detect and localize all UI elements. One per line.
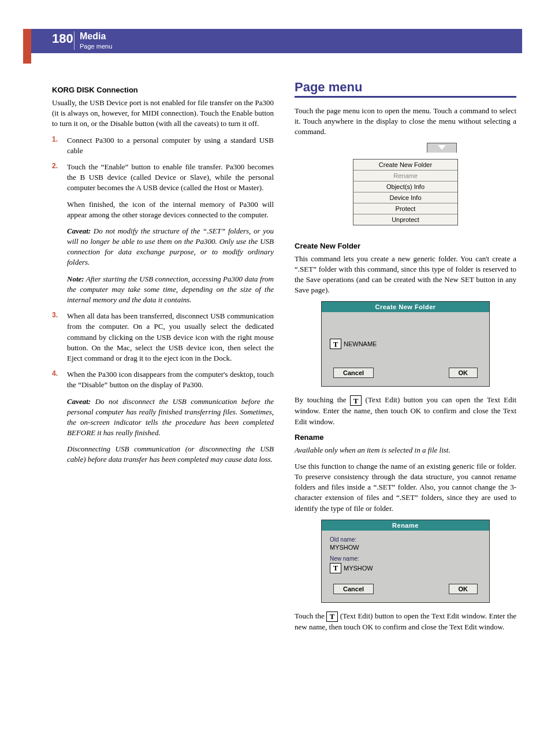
step-number: 1. <box>52 135 60 156</box>
heading-korg-disk: KORG DISK Connection <box>52 86 274 94</box>
old-name-label: Old name: <box>330 536 481 543</box>
note-label: Note: <box>67 275 84 283</box>
step-text: Touch the “Enable” button to enable file… <box>67 162 274 194</box>
caveat-label: Caveat: <box>67 227 91 235</box>
step-3: 3. When all data has been transferred, d… <box>52 311 274 364</box>
step-text: When the Pa300 icon disappears from the … <box>67 369 274 390</box>
step-2: 2. Touch the “Enable” button to enable f… <box>52 162 274 194</box>
step-text: When all data has been transferred, disc… <box>67 311 274 364</box>
step-number: 3. <box>52 311 60 364</box>
text-edit-button[interactable]: T <box>330 339 341 349</box>
ok-button[interactable]: OK <box>449 584 478 594</box>
section-rule <box>295 96 516 98</box>
text-edit-icon: T <box>326 612 338 622</box>
dialog-title: Create New Folder <box>322 302 489 312</box>
old-name-value: MYSHOW <box>330 544 481 551</box>
note-1: Note: After starting the USB connection,… <box>67 274 274 306</box>
menu-item-device-info[interactable]: Device Info <box>353 192 457 203</box>
step-number: 2. <box>52 162 60 194</box>
para-disconnect: Disconnecting USB communication (or disc… <box>67 444 274 465</box>
header-divider <box>74 31 75 50</box>
ok-button[interactable]: OK <box>449 368 478 378</box>
caveat-1: Caveat: Do not modify the structure of t… <box>67 226 274 268</box>
text-a: By touching the <box>295 395 350 404</box>
note-text: After starting the USB connection, acces… <box>67 275 274 304</box>
menu-handle[interactable] <box>427 143 457 153</box>
new-name-label: New name: <box>330 555 481 562</box>
dialog-title: Rename <box>322 520 489 531</box>
para-textedit: By touching the T (Text Edit) button you… <box>295 395 516 427</box>
para-rename-after: Touch the T (Text Edit) button to open t… <box>295 611 516 632</box>
para-rename-avail: Available only when an item is selected … <box>295 445 516 455</box>
step-1: 1. Connect Pa300 to a personal computer … <box>52 135 274 156</box>
caveat-text: Do not modify the structure of the “.SET… <box>67 227 274 267</box>
menu-item-unprotect[interactable]: Unprotect <box>353 214 457 225</box>
para-usb-intro: Usually, the USB Device port is not enab… <box>52 98 274 129</box>
para-section-intro: Touch the page menu icon to open the men… <box>295 106 516 138</box>
step-4: 4. When the Pa300 icon disappears from t… <box>52 369 274 390</box>
step-text: Connect Pa300 to a personal computer by … <box>67 135 274 156</box>
right-column: Page menu Touch the page menu icon to op… <box>295 80 516 638</box>
heading-rename: Rename <box>295 433 516 442</box>
cancel-button[interactable]: Cancel <box>333 368 374 378</box>
header-red-tab <box>23 29 31 64</box>
menu-item-rename[interactable]: Rename <box>353 170 457 181</box>
text-edit-button[interactable]: T <box>330 563 341 573</box>
svg-marker-0 <box>438 145 446 150</box>
caveat-2: Caveat: Do not disconnect the USB commun… <box>67 396 274 439</box>
page-menu: Create New Folder Rename Object(s) Info … <box>353 159 458 225</box>
header-title: Media <box>80 31 106 42</box>
new-name-field[interactable]: MYSHOW <box>344 565 373 572</box>
text-edit-icon: T <box>350 395 362 406</box>
left-column: KORG DISK Connection Usually, the USB De… <box>52 80 274 638</box>
dialog-create-new-folder: Create New Folder T NEWNAME Cancel OK <box>321 301 490 387</box>
step-number: 4. <box>52 369 60 390</box>
menu-item-create-folder[interactable]: Create New Folder <box>353 160 457 170</box>
text-a: Touch the <box>295 612 326 620</box>
menu-item-objects-info[interactable]: Object(s) Info <box>353 181 457 192</box>
para-cnf: This command lets you create a new gener… <box>295 254 516 296</box>
page-number: 180 <box>52 31 73 46</box>
para-step2-after: When finished, the icon of the internal … <box>67 199 274 220</box>
cancel-button[interactable]: Cancel <box>333 584 374 594</box>
header-subtitle: Page menu <box>80 43 112 50</box>
para-rename-body: Use this function to change the name of … <box>295 461 516 514</box>
new-folder-name-field[interactable]: NEWNAME <box>344 340 377 347</box>
heading-create-new-folder: Create New Folder <box>295 242 516 250</box>
caveat-text: Do not disconnect the USB communication … <box>67 397 274 438</box>
dialog-rename: Rename Old name: MYSHOW New name: T MYSH… <box>321 520 490 603</box>
page-header: 180 Media Page menu <box>0 29 551 68</box>
caveat-label: Caveat: <box>67 397 91 406</box>
menu-item-protect[interactable]: Protect <box>353 203 457 214</box>
section-title: Page menu <box>295 80 516 95</box>
chevron-down-icon <box>438 145 446 150</box>
